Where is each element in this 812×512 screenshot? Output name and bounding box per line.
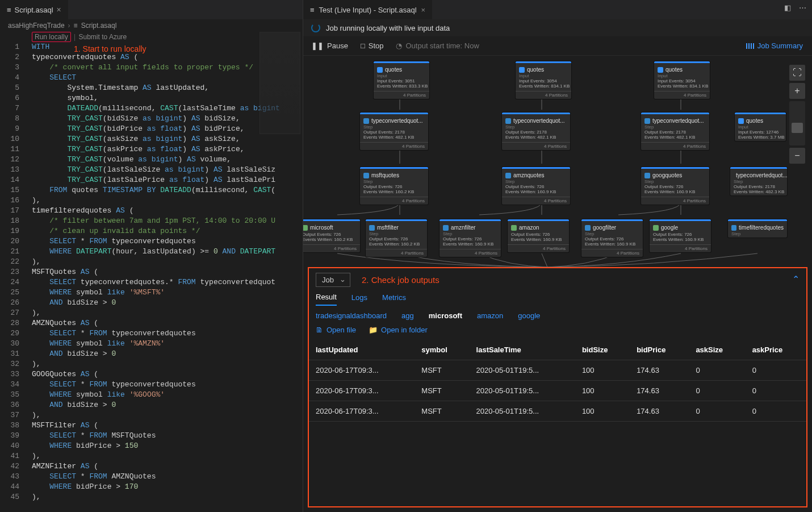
col-lastUpdated[interactable]: lastUpdated (309, 340, 415, 360)
node-tcq-2[interactable]: typeconvertedquot... Step Output Events:… (502, 113, 570, 150)
node-quotes-4[interactable]: quotes Input Input Events: 12746Events W… (735, 113, 786, 141)
col-askSize[interactable]: askSize (689, 340, 745, 360)
col-symbol[interactable]: symbol (415, 340, 469, 360)
test-pane: ≡ Test (Live Input) - Script.asaql × ◧ ⋯… (303, 0, 812, 512)
col-askPrice[interactable]: askPrice (746, 340, 806, 360)
spinner-icon (311, 23, 320, 32)
breadcrumb-file[interactable]: Script.asaql (81, 22, 117, 30)
job-summary-link[interactable]: Job Summary (746, 41, 803, 50)
node-quotes-1[interactable]: quotes Input Input Events: 3051Events Wr… (374, 61, 429, 99)
pause-button[interactable]: ❚❚ Pause (311, 41, 348, 50)
node-google[interactable]: google Output Events: 726Events Written:… (650, 219, 711, 252)
breadcrumb-root[interactable]: asaHighFreqTrade (8, 22, 65, 30)
code-editor[interactable]: 1234567891011121314151617181920212223242… (0, 42, 303, 512)
stop-button[interactable]: □ Stop (361, 41, 384, 50)
banner-text: Job running locally with live input data (326, 24, 450, 32)
editor-pane: ≡ Script.asaql × asaHighFreqTrade › ≡ Sc… (0, 0, 303, 512)
close-icon[interactable]: × (57, 5, 61, 14)
table-row[interactable]: 2020-06-17T09:3...MSFT2020-05-01T19:5...… (309, 381, 806, 401)
editor-actions: ◧ ⋯ (784, 3, 806, 12)
sink-tab-google[interactable]: google (518, 311, 540, 320)
status-banner: Job running locally with live input data (303, 19, 812, 36)
open-in-folder-link[interactable]: 📁 Open in folder (369, 326, 428, 334)
submit-azure-link[interactable]: Submit to Azure (79, 33, 127, 41)
node-tcq-4[interactable]: typeconvertedquot... Step Output Events:… (730, 167, 787, 195)
node-microsoft[interactable]: microsoft Output Events: 726Events Writt… (303, 219, 360, 252)
zoom-slider[interactable] (789, 101, 805, 145)
node-amazon[interactable]: amazon Output Events: 726Events Written:… (508, 219, 569, 252)
annotation-1: 1. Start to run locally (74, 44, 147, 53)
output-start-time[interactable]: ◔ Output start time: Now (396, 41, 479, 50)
preview-icon: ≡ (310, 6, 315, 14)
test-tab[interactable]: ≡ Test (Live Input) - Script.asaql × (303, 0, 432, 19)
job-diagram[interactable]: quotes Input Input Events: 3051Events Wr… (303, 56, 812, 267)
player-bar: ❚❚ Pause □ Stop ◔ Output start time: Now… (303, 36, 812, 56)
output-sink-tabs: tradesignaldashboardaggmicrosoftamazongo… (309, 307, 806, 323)
node-tcq-3[interactable]: typeconvertedquot... Step Output Events:… (641, 113, 709, 150)
zoom-controls: ⛶ + − (789, 65, 805, 164)
zoom-out-button[interactable]: − (789, 148, 805, 164)
test-tab-bar: ≡ Test (Live Input) - Script.asaql × ◧ ⋯ (303, 0, 812, 19)
file-icon: ≡ (74, 22, 78, 30)
col-bidPrice[interactable]: bidPrice (630, 340, 689, 360)
node-msftquotes[interactable]: msftquotes Step Output Events: 726Events… (360, 167, 428, 205)
node-tcq-1[interactable]: typeconvertedquot... Step Output Events:… (360, 113, 428, 150)
output-panel: ⌃ Job 2. Check job outputs ResultLogsMet… (308, 267, 807, 507)
collapse-icon[interactable]: ⌃ (792, 274, 800, 285)
bars-icon (746, 43, 754, 49)
minimap[interactable] (259, 32, 300, 134)
breadcrumb[interactable]: asaHighFreqTrade › ≡ Script.asaql (0, 19, 303, 32)
node-amznfilter[interactable]: amznfilter Step Output Events: 726Events… (440, 219, 501, 257)
split-editor-icon[interactable]: ◧ (784, 3, 791, 12)
job-select[interactable]: Job (316, 273, 350, 287)
table-row[interactable]: 2020-06-17T09:3...MSFT2020-05-01T19:5...… (309, 360, 806, 381)
node-amznquotes[interactable]: amznquotes Step Output Events: 726Events… (502, 167, 570, 205)
chevron-right-icon: › (68, 22, 70, 30)
close-icon[interactable]: × (421, 6, 426, 14)
open-file-link[interactable]: 🗎 Open file (316, 326, 356, 334)
output-subtabs: ResultLogsMetrics (309, 291, 806, 307)
run-locally-link[interactable]: Run locally (32, 32, 71, 42)
editor-tab-bar: ≡ Script.asaql × (0, 0, 303, 19)
sink-tab-amazon[interactable]: amazon (477, 311, 503, 320)
zoom-fit-button[interactable]: ⛶ (789, 65, 805, 81)
sink-tab-tradesignaldashboard[interactable]: tradesignaldashboard (316, 311, 387, 320)
table-row[interactable]: 2020-06-17T09:3...MSFT2020-05-01T19:5...… (309, 401, 806, 422)
more-actions-icon[interactable]: ⋯ (799, 3, 806, 12)
zoom-in-button[interactable]: + (789, 83, 805, 99)
editor-tab-script[interactable]: ≡ Script.asaql × (0, 0, 68, 19)
node-quotes-2[interactable]: quotes Input Input Events: 3054Events Wr… (516, 61, 571, 99)
node-googfilter[interactable]: googfilter Step Output Events: 726Events… (581, 219, 643, 257)
codelens-bar: Run locally | Submit to Azure (0, 32, 303, 42)
node-quotes-3[interactable]: quotes Input Input Events: 3054Events Wr… (654, 61, 710, 99)
tab-title: Script.asaql (15, 6, 53, 14)
node-msftfilter[interactable]: msftfilter Step Output Events: 726Events… (366, 219, 427, 257)
sink-tab-agg[interactable]: agg (401, 311, 414, 320)
subtab-result[interactable]: Result (316, 293, 337, 306)
node-googquotes[interactable]: googquotes Step Output Events: 726Events… (641, 167, 709, 205)
results-table: lastUpdatedsymbollastSaleTimebidSizebidP… (309, 340, 806, 422)
subtab-metrics[interactable]: Metrics (382, 293, 406, 305)
job-select-wrap: Job (316, 273, 350, 287)
col-bidSize[interactable]: bidSize (575, 340, 630, 360)
subtab-logs[interactable]: Logs (351, 293, 367, 305)
sink-tab-microsoft[interactable]: microsoft (429, 311, 462, 320)
col-lastSaleTime[interactable]: lastSaleTime (470, 340, 575, 360)
test-tab-title: Test (Live Input) - Script.asaql (319, 6, 417, 14)
annotation-2: 2. Check job outputs (362, 275, 440, 285)
file-icon: ≡ (7, 6, 11, 14)
node-timefilteredquotes[interactable]: timefilteredquotes Step (728, 219, 787, 238)
